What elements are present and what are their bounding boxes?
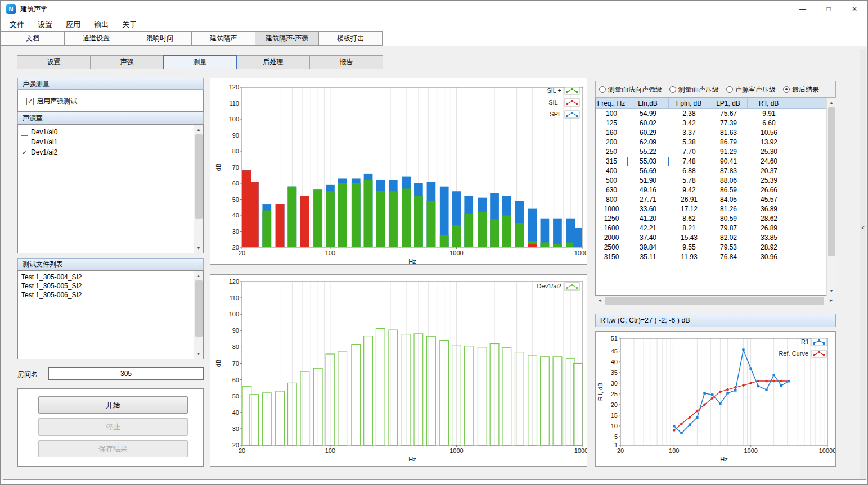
table-cell[interactable]: 39.84 xyxy=(627,243,669,252)
table-cell[interactable]: 91.29 xyxy=(709,147,748,157)
table-cell[interactable]: 49.16 xyxy=(627,185,669,195)
table-cell[interactable]: 55.22 xyxy=(627,147,669,157)
table-cell[interactable]: 250 xyxy=(596,147,627,157)
file-list-scrollbar[interactable]: ▲ ▼ xyxy=(194,271,203,359)
table-cell[interactable]: 26.89 xyxy=(748,224,790,233)
table-cell[interactable]: 82.02 xyxy=(709,233,748,243)
channel-checkbox[interactable]: ✓ xyxy=(21,149,28,156)
table-cell[interactable]: 25.39 xyxy=(748,176,790,185)
table-cell[interactable]: 17.12 xyxy=(669,205,709,214)
table-cell[interactable]: 160 xyxy=(596,128,627,138)
table-cell[interactable]: 9.91 xyxy=(748,109,790,119)
scroll-up-icon[interactable]: ▲ xyxy=(827,98,836,107)
scrollbar-thumb[interactable] xyxy=(828,107,835,256)
table-cell[interactable]: 200 xyxy=(596,138,627,147)
table-cell[interactable]: 630 xyxy=(596,185,627,195)
table-cell[interactable]: 86.79 xyxy=(709,138,748,147)
table-cell[interactable]: 56.69 xyxy=(627,166,669,176)
sub-tab-2[interactable]: 声强 xyxy=(90,55,164,69)
table-cell[interactable]: 33.60 xyxy=(627,205,669,214)
table-cell[interactable]: 2500 xyxy=(596,243,627,252)
column-header[interactable]: Freq., Hz xyxy=(596,98,627,109)
table-horizontal-scrollbar[interactable]: ◄ ► xyxy=(595,296,836,305)
main-tab-5[interactable]: 建筑隔声-声强 xyxy=(255,31,319,46)
side-panel-toggle[interactable]: < xyxy=(860,49,866,479)
table-cell[interactable]: 26.91 xyxy=(669,195,709,205)
table-cell[interactable]: 800 xyxy=(596,195,627,205)
table-cell[interactable]: 20.37 xyxy=(748,166,790,176)
table-row[interactable]: 20062.095.3886.7913.92 xyxy=(596,138,826,147)
table-cell[interactable]: 15.43 xyxy=(669,233,709,243)
table-cell[interactable]: 9.55 xyxy=(669,243,709,252)
table-cell[interactable]: 8.62 xyxy=(669,214,709,224)
table-cell[interactable]: 5.38 xyxy=(669,138,709,147)
table-cell[interactable]: 75.67 xyxy=(709,109,748,119)
table-cell[interactable]: 6.60 xyxy=(748,119,790,128)
enable-intensity-checkbox[interactable]: ✓ xyxy=(26,98,34,105)
table-cell[interactable]: 11.93 xyxy=(669,252,709,262)
table-cell[interactable]: 81.63 xyxy=(709,128,748,138)
table-cell[interactable]: 315 xyxy=(596,157,627,166)
table-cell[interactable]: 28.92 xyxy=(748,243,790,252)
table-cell[interactable]: 45.57 xyxy=(748,195,790,205)
table-cell[interactable]: 3.42 xyxy=(669,119,709,128)
sub-tab-5[interactable]: 报告 xyxy=(309,55,383,69)
table-row[interactable]: 160042.218.2179.8726.89 xyxy=(596,224,826,233)
table-cell[interactable]: 3.37 xyxy=(669,128,709,138)
scroll-left-icon[interactable]: ◄ xyxy=(595,296,605,306)
table-row[interactable]: 40056.696.8887.8320.37 xyxy=(596,166,826,176)
stop-button[interactable]: 停止 xyxy=(38,418,188,436)
menu-item-4[interactable]: 输出 xyxy=(87,17,115,31)
table-row[interactable]: 16060.293.3781.6310.56 xyxy=(596,128,826,138)
menu-item-5[interactable]: 关于 xyxy=(115,17,143,31)
column-header[interactable]: FpIn, dB xyxy=(669,98,709,109)
scroll-down-icon[interactable]: ▼ xyxy=(827,286,836,296)
table-cell[interactable]: 100 xyxy=(596,109,627,119)
channel-item[interactable]: Dev1/ai0 xyxy=(18,127,203,137)
radio-option-4[interactable]: 最后结果 xyxy=(783,85,819,94)
table-row[interactable]: 31555.037.4890.4124.60 xyxy=(596,157,826,166)
channel-checkbox[interactable] xyxy=(21,139,28,146)
table-cell[interactable]: 60.02 xyxy=(627,119,669,128)
table-cell[interactable]: 81.26 xyxy=(709,205,748,214)
file-item[interactable]: Test 1_305-004_SI2 xyxy=(18,273,203,282)
table-cell[interactable]: 87.83 xyxy=(709,166,748,176)
table-cell[interactable]: 10.56 xyxy=(748,128,790,138)
table-cell[interactable]: 6.88 xyxy=(669,166,709,176)
menu-item-1[interactable]: 文件 xyxy=(3,17,31,31)
file-item[interactable]: Test 1_305-006_SI2 xyxy=(18,291,203,300)
table-cell[interactable]: 36.89 xyxy=(748,205,790,214)
table-vertical-scrollbar[interactable]: ▲ ▼ xyxy=(826,98,836,296)
table-cell[interactable]: 90.41 xyxy=(709,157,748,166)
file-item[interactable]: Test 1_305-005_SI2 xyxy=(18,282,203,291)
main-tab-6[interactable]: 楼板打击 xyxy=(318,31,383,46)
channel-item[interactable]: ✓Dev1/ai2 xyxy=(18,147,203,157)
column-header[interactable]: LP1, dB xyxy=(709,98,748,109)
table-cell[interactable]: 125 xyxy=(596,119,627,128)
table-cell[interactable]: 500 xyxy=(596,176,627,185)
table-row[interactable]: 315035.1111.9376.8430.96 xyxy=(596,252,826,262)
table-cell[interactable]: 26.66 xyxy=(748,185,790,195)
column-header[interactable]: LIn,dB xyxy=(627,98,669,109)
table-cell[interactable]: 5.78 xyxy=(669,176,709,185)
table-cell[interactable]: 41.20 xyxy=(627,214,669,224)
table-cell[interactable]: 7.70 xyxy=(669,147,709,157)
menu-item-3[interactable]: 应用 xyxy=(59,17,87,31)
table-cell[interactable]: 33.85 xyxy=(748,233,790,243)
radio-option-1[interactable]: 测量面法向声强级 xyxy=(599,85,662,94)
channel-list-scrollbar[interactable]: ▲ ▼ xyxy=(194,125,203,253)
radio-option-3[interactable]: 声源室声压级 xyxy=(726,85,776,94)
table-cell[interactable]: 1600 xyxy=(596,224,627,233)
table-row[interactable]: 25055.227.7091.2925.30 xyxy=(596,147,826,157)
save-result-button[interactable]: 保存结果 xyxy=(38,440,188,457)
radio-option-2[interactable]: 测量面声压级 xyxy=(669,85,719,94)
table-cell[interactable]: 55.03 xyxy=(627,157,669,166)
table-row[interactable]: 100033.6017.1281.2636.89 xyxy=(596,205,826,214)
menu-item-2[interactable]: 设置 xyxy=(31,17,59,31)
table-cell[interactable]: 51.90 xyxy=(627,176,669,185)
sub-tab-4[interactable]: 后处理 xyxy=(236,55,310,69)
table-cell[interactable]: 76.84 xyxy=(709,252,748,262)
table-cell[interactable]: 1000 xyxy=(596,205,627,214)
table-cell[interactable]: 62.09 xyxy=(627,138,669,147)
table-row[interactable]: 50051.905.7888.0625.39 xyxy=(596,176,826,185)
